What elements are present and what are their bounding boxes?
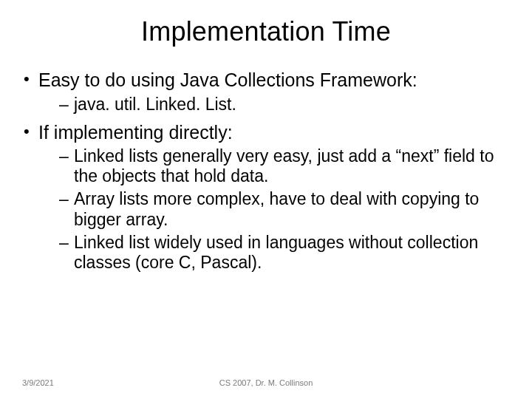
list-item: Easy to do using Java Collections Framew… <box>21 69 511 115</box>
sub-list: Linked lists generally very easy, just a… <box>38 146 511 273</box>
list-item: If implementing directly: Linked lists g… <box>21 122 511 273</box>
bullet-text: If implementing directly: <box>38 122 233 143</box>
list-item: Linked lists generally very easy, just a… <box>58 146 511 186</box>
bullet-list: Easy to do using Java Collections Framew… <box>21 69 511 273</box>
bullet-text: Easy to do using Java Collections Framew… <box>38 69 417 90</box>
page-title: Implementation Time <box>21 16 511 47</box>
sub-list: java. util. Linked. List. <box>38 95 511 115</box>
footer-course: CS 2007, Dr. M. Collinson <box>0 378 532 387</box>
list-item: java. util. Linked. List. <box>58 95 511 115</box>
slide-body: Easy to do using Java Collections Framew… <box>21 69 511 273</box>
list-item: Linked list widely used in languages wit… <box>58 233 511 273</box>
slide: Implementation Time Easy to do using Jav… <box>0 0 532 399</box>
list-item: Array lists more complex, have to deal w… <box>58 189 511 229</box>
